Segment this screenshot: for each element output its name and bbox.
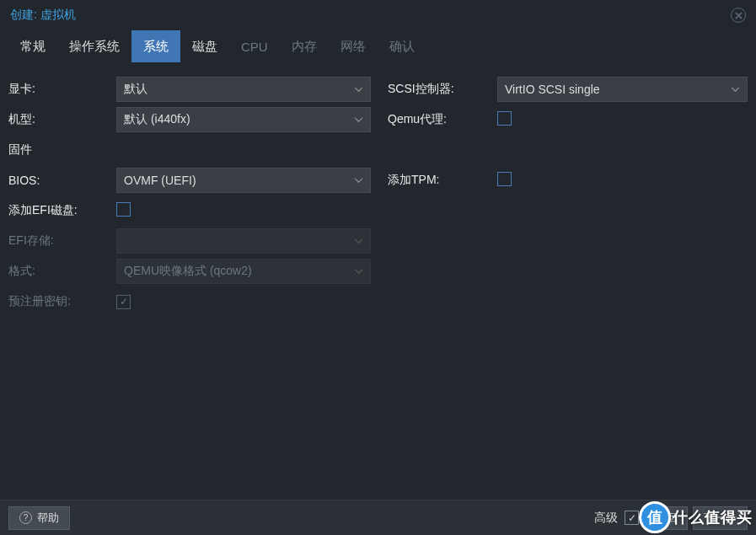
tab-os[interactable]: 操作系统 — [57, 30, 131, 62]
wizard-tabs: 常规 操作系统 系统 磁盘 CPU 内存 网络 确认 — [0, 30, 756, 62]
efi-storage-label: EFI存储: — [8, 233, 116, 249]
chevron-down-icon — [354, 178, 363, 184]
graphics-value: 默认 — [124, 82, 147, 97]
bios-value: OVMF (UEFI) — [124, 174, 196, 187]
chevron-down-icon — [354, 238, 363, 244]
close-icon — [735, 12, 743, 19]
tab-network: 网络 — [329, 30, 378, 62]
next-button[interactable]: 下一步 — [693, 506, 748, 530]
chevron-down-icon — [354, 269, 363, 275]
left-column: 显卡: 默认 机型: 默认 (i440fx) 固件 — [8, 74, 371, 317]
help-label: 帮助 — [37, 511, 59, 526]
preenroll-checkbox — [116, 295, 131, 309]
bios-label: BIOS: — [8, 174, 116, 187]
dialog-header: 创建: 虚拟机 — [0, 0, 756, 30]
firmware-heading: 固件 — [8, 135, 371, 165]
tab-memory: 内存 — [280, 30, 329, 62]
graphics-label: 显卡: — [8, 82, 116, 97]
tab-disk[interactable]: 磁盘 — [180, 30, 229, 62]
dialog-title: 创建: 虚拟机 — [10, 8, 76, 23]
right-column: SCSI控制器: VirtIO SCSI single Qemu代理: 添加TP… — [388, 74, 748, 317]
chevron-down-icon — [354, 117, 363, 123]
machine-select[interactable]: 默认 (i440fx) — [116, 107, 371, 132]
add-efi-checkbox[interactable] — [116, 202, 131, 217]
add-tpm-label: 添加TPM: — [388, 173, 497, 188]
back-button[interactable]: 返回 — [644, 506, 688, 530]
advanced-label: 高级 — [594, 511, 618, 526]
efi-storage-select — [116, 228, 371, 254]
dialog-footer: ? 帮助 高级 返回 下一步 — [0, 500, 756, 535]
form-body: 显卡: 默认 机型: 默认 (i440fx) 固件 — [0, 62, 756, 329]
qemu-agent-checkbox[interactable] — [497, 111, 512, 126]
tab-system[interactable]: 系统 — [131, 30, 180, 62]
help-icon: ? — [19, 511, 32, 524]
bios-select[interactable]: OVMF (UEFI) — [116, 168, 371, 193]
preenroll-label: 预注册密钥: — [8, 294, 116, 309]
format-value: QEMU映像格式 (qcow2) — [124, 264, 252, 279]
close-button[interactable] — [731, 8, 746, 23]
machine-value: 默认 (i440fx) — [124, 112, 190, 127]
qemu-agent-label: Qemu代理: — [388, 112, 497, 127]
add-tpm-checkbox[interactable] — [497, 172, 512, 186]
help-button[interactable]: ? 帮助 — [8, 506, 70, 530]
tab-confirm: 确认 — [378, 30, 426, 62]
tab-cpu: CPU — [229, 30, 280, 62]
chevron-down-icon — [354, 87, 363, 93]
scsi-label: SCSI控制器: — [388, 82, 497, 97]
machine-label: 机型: — [8, 112, 116, 127]
scsi-select[interactable]: VirtIO SCSI single — [497, 77, 748, 102]
add-efi-label: 添加EFI磁盘: — [8, 203, 116, 218]
graphics-select[interactable]: 默认 — [116, 77, 371, 102]
chevron-down-icon — [731, 87, 740, 93]
format-select: QEMU映像格式 (qcow2) — [116, 259, 371, 284]
format-label: 格式: — [8, 264, 116, 279]
advanced-checkbox[interactable] — [625, 511, 639, 525]
scsi-value: VirtIO SCSI single — [505, 83, 600, 96]
tab-general[interactable]: 常规 — [8, 30, 57, 62]
